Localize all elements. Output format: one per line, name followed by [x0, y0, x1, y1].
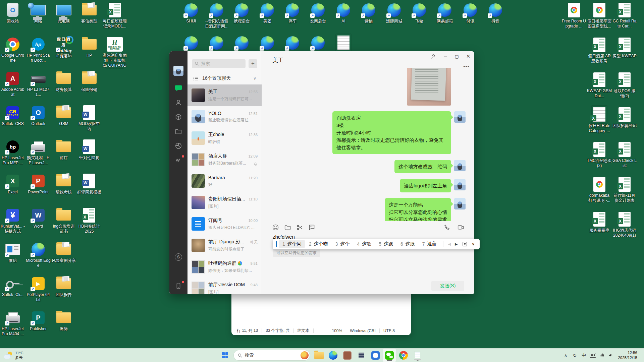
- ime-candidate[interactable]: 7遮盖: [419, 240, 440, 248]
- desktop-icon-edge[interactable]: ↗: [204, 35, 229, 51]
- desktop-icon-folder[interactable]: ing会员培训证书: [51, 207, 76, 234]
- show-desktop-button[interactable]: [641, 349, 643, 362]
- chat-list-item[interactable]: 前厅-Django 彭...昨天可能发的时候点错了: [187, 235, 262, 256]
- taskbar-app-blue[interactable]: [369, 349, 382, 362]
- voice-call-icon[interactable]: [443, 224, 450, 231]
- chat-list-item[interactable]: 吐槽码沟通群9:51陈伟明：如果要我们帮...: [187, 256, 262, 278]
- video-call-icon[interactable]: [457, 224, 464, 231]
- desktop-icon-hie-card[interactable]: HHOLIDAY INN EXPRESS洲际酒店集团旗下 贵阳机场 GUIYAN…: [102, 36, 127, 69]
- desktop-icon-network-pc[interactable]: 网络: [26, 2, 51, 24]
- taskbar-clock[interactable]: 12:562025/12/15: [616, 350, 640, 360]
- contacts-tab[interactable]: [174, 98, 183, 107]
- ime-candidate[interactable]: 3这个: [332, 240, 353, 248]
- desktop-icon-excel-file[interactable]: XIHG酒店代码 20240409(1): [612, 211, 637, 238]
- desktop-icon-folder-docs[interactable]: 客信类型: [77, 2, 102, 24]
- desktop-icon-excel-file[interactable]: XGSA Check List: [612, 141, 637, 168]
- message-image[interactable]: [407, 68, 451, 106]
- desktop-icon-word[interactable]: W↗Word: [26, 207, 51, 229]
- ime-candidate[interactable]: 5这跟: [375, 240, 396, 248]
- desktop-icon-edge[interactable]: ↗抖音: [483, 2, 508, 24]
- desktop-icon-folder[interactable]: HP: [77, 36, 102, 58]
- ime-candidate[interactable]: 1这个问: [279, 240, 305, 248]
- quoted-message-chip[interactable]: 可以立马传达您的需求: [273, 249, 320, 257]
- ime-next-page-button[interactable]: ▶: [453, 242, 459, 246]
- desktop-icon-acrobat[interactable]: A↗Adobe Acrobat: [0, 70, 25, 97]
- desktop-icon-edge[interactable]: ↗: [255, 35, 280, 51]
- close-button[interactable]: ✕: [465, 53, 472, 59]
- chat-list-item[interactable]: 王chole12:36帕萨特: [187, 127, 262, 149]
- desktop-icon-recycle[interactable]: ♻回收站: [0, 2, 25, 24]
- desktop-icon-folder[interactable]: 洲际: [51, 310, 76, 331]
- moments-tab[interactable]: [174, 141, 183, 150]
- desktop-icon-wechat-win[interactable]: ↗微信: [0, 241, 25, 263]
- desktop-icon-holiday-logo[interactable]: 假日酒店Holiday Inn↗企业微信: [51, 36, 76, 58]
- desktop-icon-edge[interactable]: ↗洲际商城: [382, 2, 407, 24]
- desktop-icon-ppt[interactable]: P↗PowerPoint: [26, 173, 51, 195]
- tray-lang-indicator[interactable]: 中: [580, 350, 588, 360]
- desktop-icon-app-sheet[interactable]: X假日HI Rate Category-...: [587, 107, 612, 133]
- desktop-icon-edge[interactable]: ↗付讯: [458, 2, 483, 24]
- taskbar-weather-widget[interactable]: 11°C 多云: [4, 349, 23, 362]
- desktop-icon-chrome[interactable]: ↗Google Chrome: [0, 36, 25, 63]
- desktop-icon-word-file[interactable]: W好评回复模板: [77, 173, 102, 195]
- emoji-icon[interactable]: [272, 224, 279, 231]
- ime-emoji-panel-button[interactable]: [460, 241, 470, 247]
- taskbar-app-dark[interactable]: [355, 349, 368, 362]
- desktop-icon-saflok[interactable]: CRSERVER↗Saflok_CRS: [0, 105, 25, 126]
- mini-programs-button[interactable]: S: [174, 253, 183, 261]
- phone-link-button[interactable]: [174, 267, 183, 276]
- ime-candidate[interactable]: 6这股: [397, 240, 418, 248]
- maximize-button[interactable]: ▢: [453, 54, 460, 59]
- desktop-icon-potplayer[interactable]: ▶↗PotPlayer 64 bit: [26, 276, 51, 302]
- taskbar-edge[interactable]: [326, 349, 340, 362]
- desktop-icon-folder-docs[interactable]: 风险案例分享: [51, 241, 76, 263]
- message-bubble-outgoing[interactable]: 酒店logo移到左上角: [400, 179, 451, 192]
- desktop-icon-word-file[interactable]: WMOD权限申请: [77, 105, 102, 131]
- pin-window-button[interactable]: [431, 54, 437, 59]
- more-menu-button[interactable]: [174, 282, 183, 290]
- desktop-icon-edge[interactable]: ↗: [306, 35, 330, 51]
- send-file-icon[interactable]: [284, 224, 291, 231]
- chat-list-item[interactable]: YOLO12:51禁止吸烟请勿在酒店任...: [187, 106, 262, 127]
- desktop-icon-word-file[interactable]: W针对性回复: [77, 139, 102, 161]
- minimize-button[interactable]: ─: [442, 54, 449, 59]
- ime-candidate[interactable]: 4这歌: [354, 240, 375, 248]
- desktop-icon-edge[interactable]: ↗停车: [280, 2, 305, 24]
- desktop-icon-edge[interactable]: ↗发票后台: [306, 2, 330, 24]
- desktop-icon-edge[interactable]: ↗--贵阳机场假日酒店群网...: [204, 2, 229, 29]
- desktop-icon-edge[interactable]: ↗紫楠: [356, 2, 381, 24]
- desktop-icon-edge[interactable]: ↗SHIJI: [179, 2, 204, 24]
- start-button[interactable]: [219, 349, 231, 361]
- desktop-icon-excel-file[interactable]: X房型-KWEAP: [612, 37, 637, 59]
- message-bubble-outgoing[interactable]: 自助洗衣房 3楼 开放时间24小时 温馨提示：请及时取走您已清洁好的衣物，避免其…: [332, 111, 451, 154]
- taskbar-file-explorer[interactable]: [312, 349, 326, 362]
- desktop-icon-hp[interactable]: hp↗HP LaserJet Pro MFP ...: [0, 139, 25, 166]
- desktop-icon-excel-file[interactable]: XGC Retail Rate Car...: [612, 2, 637, 29]
- search-input[interactable]: 搜索: [192, 59, 246, 68]
- taskbar-notepad[interactable]: [411, 349, 424, 362]
- taskbar-chrome[interactable]: [397, 349, 410, 362]
- desktop-icon-folder[interactable]: 前厅: [51, 139, 76, 161]
- desktop-icon-printer[interactable]: ↗购买耗材 - HP LaserJ...: [26, 139, 51, 166]
- tray-sync[interactable]: ↻: [571, 350, 579, 360]
- user-avatar[interactable]: [173, 66, 183, 76]
- chats-tab[interactable]: [174, 84, 183, 93]
- desktop-icon-folder-docs[interactable]: 绩效考核: [51, 173, 76, 195]
- tray-chevron-up[interactable]: ∧: [561, 350, 570, 360]
- message-bubble-outgoing[interactable]: 这个地方改成放二维码: [394, 160, 451, 173]
- channels-tab[interactable]: [174, 156, 183, 165]
- chat-list-item[interactable]: Barbara11:20好: [187, 170, 262, 192]
- desktop-icon-excel-app[interactable]: X↗Excel: [0, 173, 25, 195]
- desktop-icon-excel-file[interactable]: X前厅部-11月资金计划表: [612, 176, 637, 203]
- desktop-icon-publisher[interactable]: P↗Publisher: [26, 310, 51, 331]
- desktop-icon-monitor[interactable]: 此电脑: [51, 2, 76, 24]
- chat-list-item[interactable]: 美工12:55这是一个万能码扫它可...: [187, 84, 262, 106]
- desktop-icon-kunlun[interactable]: ¥↗KunlunVat... - 快捷方式: [0, 207, 25, 234]
- desktop-icon-edge[interactable]: ↗: [280, 35, 305, 51]
- desktop-icon-chrome-file[interactable]: Free Room Upgrade ...: [561, 2, 586, 29]
- chat-list-item[interactable]: 贵阳机场假日酒...11:10[图片]: [187, 192, 262, 213]
- taskbar-search-box[interactable]: 搜索: [234, 350, 310, 360]
- chat-files-tab[interactable]: [174, 127, 183, 136]
- desktop-icon-excel-file[interactable]: X每日值班经理记录MOD1...: [102, 2, 127, 29]
- desktop-icon-edge[interactable]: ↗网易邮箱: [432, 2, 457, 24]
